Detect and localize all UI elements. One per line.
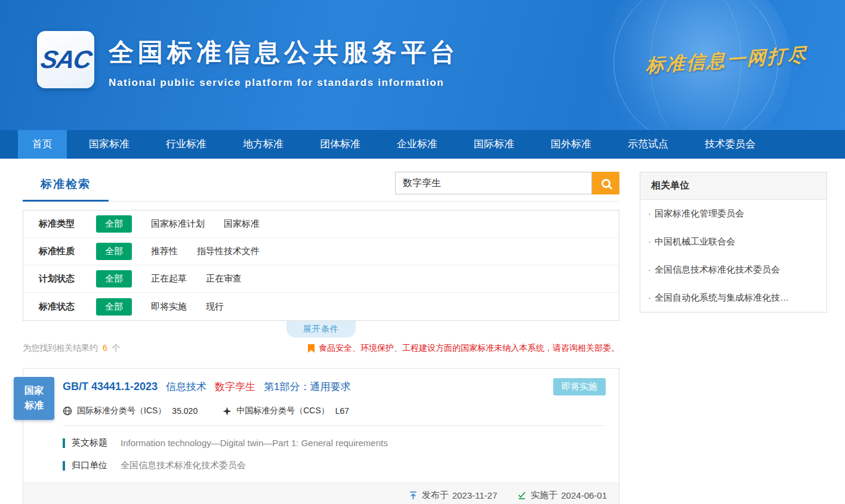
- expand-conditions-button[interactable]: 展开条件: [286, 321, 356, 338]
- filter-label: 标准性质: [39, 246, 96, 257]
- nav-item-group-standards[interactable]: 团体标准: [306, 130, 375, 159]
- ccs-label: 中国标准分类号（CCS）: [236, 406, 329, 416]
- notice-text: 食品安全、环境保护、工程建设方面的国家标准未纳入本系统，请咨询相关部委。: [319, 343, 619, 354]
- standard-type-badge: 国家标准: [14, 377, 54, 420]
- teal-bar-icon: [63, 461, 65, 471]
- status-badge: 即将实施: [553, 378, 606, 395]
- nav-item-foreign-standards[interactable]: 国外标准: [536, 130, 606, 159]
- search-button[interactable]: [592, 172, 619, 194]
- filter-label: 标准状态: [39, 301, 96, 313]
- standard-code-link[interactable]: GB/T 43441.1-2023: [63, 381, 158, 393]
- expand-conditions-wrap: 展开条件: [23, 321, 619, 338]
- filter-all-button[interactable]: 全部: [96, 298, 132, 316]
- filter-row-standard-status: 标准状态 全部 即将实施 现行: [23, 293, 619, 320]
- filter-option[interactable]: 推荐性: [151, 246, 178, 257]
- results-count: 6: [103, 343, 107, 353]
- site-title-block: 全国标准信息公共服务平台 National public service pla…: [109, 36, 459, 89]
- filter-row-standard-type: 标准类型 全部 国家标准计划 国家标准: [23, 211, 619, 238]
- filter-panel: 标准类型 全部 国家标准计划 国家标准 标准性质 全部 推荐性 指导性技术文件 …: [23, 210, 619, 321]
- dept-value: 全国信息技术标准化技术委员会: [121, 460, 246, 471]
- compass-icon: [223, 407, 232, 416]
- nav-item-industry-standards[interactable]: 行业标准: [152, 130, 221, 159]
- nav-item-enterprise-standards[interactable]: 企业标准: [383, 130, 452, 159]
- filter-option[interactable]: 现行: [206, 301, 224, 313]
- filter-option[interactable]: 即将实施: [151, 301, 187, 313]
- filter-option[interactable]: 国家标准: [224, 218, 260, 230]
- results-summary-suffix: 个: [112, 343, 121, 353]
- standard-title-part[interactable]: 信息技术: [166, 380, 206, 394]
- nav-item-international-standards[interactable]: 国际标准: [459, 130, 529, 159]
- bookmark-icon: [308, 344, 314, 353]
- site-title: 全国标准信息公共服务平台: [109, 36, 459, 69]
- implement-label: 实施于: [531, 490, 557, 501]
- filter-label: 标准类型: [39, 218, 96, 230]
- teal-bar-icon: [63, 438, 65, 448]
- publish-date-item: 发布于 2023-11-27: [409, 490, 498, 501]
- standard-title-part[interactable]: 第1部分：通用要求: [264, 380, 350, 394]
- results-summary: 为您找到相关结果约 6 个: [23, 343, 121, 354]
- ccs-value: L67: [335, 406, 349, 416]
- nav-item-home[interactable]: 首页: [18, 130, 67, 159]
- ics-value: 35.020: [172, 406, 198, 416]
- sac-logo-text: SAC: [38, 45, 92, 74]
- search-input[interactable]: [395, 172, 592, 194]
- dept-row: 归口单位 全国信息技术标准化技术委员会: [63, 460, 606, 471]
- english-title-label: 英文标题: [72, 437, 121, 449]
- filter-all-button[interactable]: 全部: [96, 270, 132, 287]
- ccs-classification: 中国标准分类号（CCS） L67: [223, 406, 349, 416]
- content-area: 标准检索 标准类型 全部 国家标准计划 国家标准 标准性质 全部 推荐性 指导性…: [0, 159, 845, 504]
- result-card: 国家标准 GB/T 43441.1-2023 信息技术 数字孪生 第1部分：通用…: [23, 368, 619, 504]
- filter-all-button[interactable]: 全部: [96, 215, 132, 233]
- implement-date: 2024-06-01: [561, 490, 607, 500]
- tab-standard-search[interactable]: 标准检索: [23, 172, 109, 202]
- nav-item-pilot-programs[interactable]: 示范试点: [613, 130, 683, 159]
- filter-label: 计划状态: [39, 273, 96, 285]
- system-notice: 食品安全、环境保护、工程建设方面的国家标准未纳入本系统，请咨询相关部委。: [308, 343, 619, 354]
- sidebar-item-automation-committee[interactable]: 全国自动化系统与集成标准化技…: [640, 284, 827, 312]
- ics-label: 国际标准分类号（ICS）: [77, 406, 166, 416]
- filter-option[interactable]: 国家标准计划: [151, 218, 205, 230]
- related-units-panel: 相关单位 国家标准化管理委员会 中国机械工业联合会 全国信息技术标准化技术委员会…: [640, 172, 827, 313]
- english-title-value: Information technology—Digital twin—Part…: [121, 438, 388, 448]
- standard-title-highlight[interactable]: 数字孪生: [215, 380, 255, 394]
- main-column: 标准检索 标准类型 全部 国家标准计划 国家标准 标准性质 全部 推荐性 指导性…: [23, 172, 619, 504]
- results-summary-prefix: 为您找到相关结果约: [23, 343, 98, 353]
- publish-icon: [409, 491, 418, 500]
- implement-date-item: 实施于 2024-06-01: [517, 490, 607, 501]
- sidebar-item-machinery-federation[interactable]: 中国机械工业联合会: [640, 228, 827, 256]
- result-title-row: GB/T 43441.1-2023 信息技术 数字孪生 第1部分：通用要求 即将…: [63, 378, 606, 395]
- dept-label: 归口单位: [72, 460, 121, 471]
- site-subtitle: National public service platform for sta…: [109, 77, 459, 89]
- classification-row: 国际标准分类号（ICS） 35.020 中国标准分类号（CCS） L67: [63, 406, 606, 426]
- filter-row-plan-status: 计划状态 全部 正在起草 正在审查: [23, 265, 619, 293]
- nav-item-national-standards[interactable]: 国家标准: [75, 130, 144, 159]
- nav-item-technical-committees[interactable]: 技术委员会: [690, 130, 770, 159]
- filter-option[interactable]: 正在审查: [206, 273, 242, 285]
- sidebar-item-it-standards-committee[interactable]: 全国信息技术标准化技术委员会: [640, 256, 827, 284]
- publish-date: 2023-11-27: [452, 490, 498, 500]
- english-title-row: 英文标题 Information technology—Digital twin…: [63, 437, 606, 449]
- search-box: [395, 172, 619, 194]
- sac-logo[interactable]: SAC: [37, 31, 94, 88]
- result-card-footer: 发布于 2023-11-27 实施于 2024-06-01: [23, 483, 619, 504]
- implement-check-icon: [517, 491, 526, 500]
- globe-icon: [63, 406, 72, 416]
- publish-label: 发布于: [422, 490, 449, 501]
- sidebar-item-sac[interactable]: 国家标准化管理委员会: [640, 200, 827, 228]
- search-section: 标准检索: [23, 172, 619, 202]
- result-card-body: GB/T 43441.1-2023 信息技术 数字孪生 第1部分：通用要求 即将…: [23, 369, 619, 471]
- related-units-title: 相关单位: [640, 172, 827, 200]
- search-icon: [602, 179, 610, 188]
- site-header: SAC 全国标准信息公共服务平台 National public service…: [0, 0, 845, 130]
- nav-item-local-standards[interactable]: 地方标准: [229, 130, 298, 159]
- filter-option[interactable]: 正在起草: [151, 273, 187, 285]
- filter-row-standard-nature: 标准性质 全部 推荐性 指导性技术文件: [23, 238, 619, 265]
- results-info-row: 为您找到相关结果约 6 个 食品安全、环境保护、工程建设方面的国家标准未纳入本系…: [23, 343, 619, 354]
- filter-option[interactable]: 指导性技术文件: [197, 246, 260, 257]
- ics-classification: 国际标准分类号（ICS） 35.020: [63, 406, 198, 416]
- filter-all-button[interactable]: 全部: [96, 243, 132, 260]
- main-nav: 首页 国家标准 行业标准 地方标准 团体标准 企业标准 国际标准 国外标准 示范…: [0, 130, 845, 159]
